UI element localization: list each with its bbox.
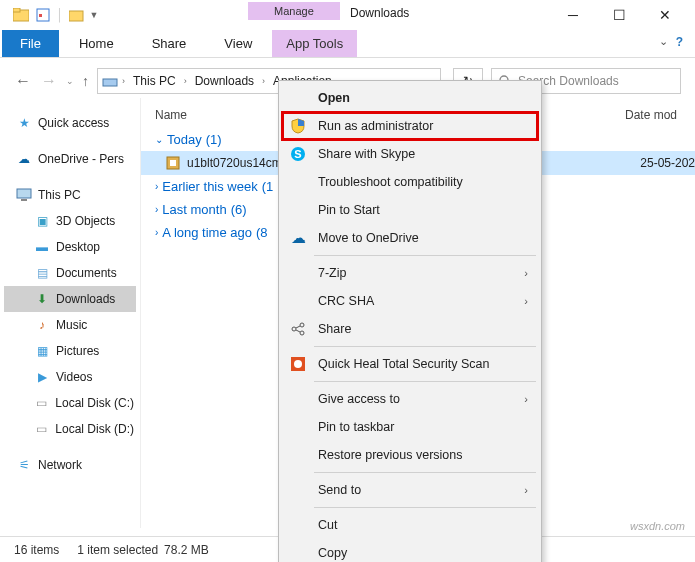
chevron-down-icon: ⌄ xyxy=(155,134,163,145)
status-item-count: 16 items xyxy=(14,543,59,557)
ctx-troubleshoot[interactable]: Troubleshoot compatibility xyxy=(282,168,538,196)
svg-line-17 xyxy=(296,326,300,328)
cloud-icon: ☁ xyxy=(288,229,308,247)
help-icon[interactable]: ? xyxy=(676,35,683,49)
network-icon: ⚟ xyxy=(16,457,32,473)
window-controls: ─ ☐ ✕ xyxy=(559,7,691,23)
new-folder-icon[interactable] xyxy=(68,6,86,24)
column-date[interactable]: Date mod xyxy=(625,108,695,122)
quick-access-toolbar: │ ▼ xyxy=(4,6,98,24)
ribbon: File Home Share View App Tools xyxy=(0,30,695,58)
ctx-7zip[interactable]: 7-Zip› xyxy=(282,259,538,287)
properties-icon[interactable] xyxy=(34,6,52,24)
separator xyxy=(314,255,536,256)
sidebar-item-documents[interactable]: ▤Documents xyxy=(4,260,136,286)
ctx-quickheal[interactable]: Quick Heal Total Security Scan xyxy=(282,350,538,378)
view-tab[interactable]: View xyxy=(206,30,270,57)
qat-dropdown-icon[interactable]: ▼ xyxy=(90,10,99,20)
sidebar-item-local-disk-c[interactable]: ▭Local Disk (C:) xyxy=(4,390,136,416)
title-bar: │ ▼ ─ ☐ ✕ xyxy=(0,0,695,30)
crumb-downloads[interactable]: Downloads xyxy=(191,74,258,88)
svg-rect-1 xyxy=(13,8,20,12)
maximize-button[interactable]: ☐ xyxy=(605,7,633,23)
up-button[interactable]: ↑ xyxy=(82,73,89,89)
skype-icon: S xyxy=(288,145,308,163)
submenu-arrow-icon: › xyxy=(524,295,528,307)
context-menu: Open Run as administrator S Share with S… xyxy=(278,80,542,562)
qat-separator: │ xyxy=(56,8,64,22)
svg-rect-4 xyxy=(69,11,83,21)
ctx-cut[interactable]: Cut xyxy=(282,511,538,539)
close-button[interactable]: ✕ xyxy=(651,7,679,23)
sidebar-item-3d-objects[interactable]: ▣3D Objects xyxy=(4,208,136,234)
svg-point-16 xyxy=(300,331,304,335)
share-icon xyxy=(288,320,308,338)
music-icon: ♪ xyxy=(34,317,50,333)
ctx-run-as-administrator[interactable]: Run as administrator xyxy=(281,111,539,141)
app-tools-tab[interactable]: App Tools xyxy=(272,30,357,57)
ctx-move-onedrive[interactable]: ☁ Move to OneDrive xyxy=(282,224,538,252)
chevron-right-icon[interactable]: › xyxy=(122,76,125,86)
svg-rect-8 xyxy=(17,189,31,198)
sidebar-item-pictures[interactable]: ▦Pictures xyxy=(4,338,136,364)
ribbon-expand-icon[interactable]: ⌄ xyxy=(659,35,668,49)
pictures-icon: ▦ xyxy=(34,343,50,359)
sidebar-onedrive[interactable]: ☁ OneDrive - Pers xyxy=(4,146,136,172)
ctx-pin-start[interactable]: Pin to Start xyxy=(282,196,538,224)
file-tab[interactable]: File xyxy=(2,30,59,57)
svg-text:S: S xyxy=(294,148,301,160)
svg-point-14 xyxy=(300,323,304,327)
history-dropdown-icon[interactable]: ⌄ xyxy=(66,76,74,86)
svg-rect-11 xyxy=(170,160,176,166)
sidebar-item-downloads[interactable]: ⬇Downloads xyxy=(4,286,136,312)
ctx-copy[interactable]: Copy xyxy=(282,539,538,562)
svg-line-18 xyxy=(296,330,300,332)
navigation-pane: ★ Quick access ☁ OneDrive - Pers This PC… xyxy=(0,98,140,528)
drive-icon xyxy=(102,73,118,89)
documents-icon: ▤ xyxy=(34,265,50,281)
home-tab[interactable]: Home xyxy=(61,30,132,57)
svg-rect-5 xyxy=(103,79,117,86)
chevron-right-icon[interactable]: › xyxy=(262,76,265,86)
chevron-right-icon: › xyxy=(155,181,158,192)
ctx-share[interactable]: Share xyxy=(282,315,538,343)
disk-icon: ▭ xyxy=(34,395,49,411)
ctx-share-skype[interactable]: S Share with Skype xyxy=(282,140,538,168)
sidebar-network[interactable]: ⚟ Network xyxy=(4,452,136,478)
ctx-open[interactable]: Open xyxy=(282,84,538,112)
ctx-restore-versions[interactable]: Restore previous versions xyxy=(282,441,538,469)
crumb-this-pc[interactable]: This PC xyxy=(129,74,180,88)
file-name: u1blt0720us14cmp xyxy=(187,156,288,170)
star-icon: ★ xyxy=(16,115,32,131)
svg-point-20 xyxy=(294,360,302,368)
sidebar-this-pc[interactable]: This PC xyxy=(4,182,136,208)
sidebar-item-local-disk-d[interactable]: ▭Local Disk (D:) xyxy=(4,416,136,442)
sidebar-quick-access[interactable]: ★ Quick access xyxy=(4,110,136,136)
sidebar-item-music[interactable]: ♪Music xyxy=(4,312,136,338)
chevron-right-icon[interactable]: › xyxy=(184,76,187,86)
ctx-pin-taskbar[interactable]: Pin to taskbar xyxy=(282,413,538,441)
submenu-arrow-icon: › xyxy=(524,267,528,279)
file-date: 25-05-202 xyxy=(640,156,695,170)
separator xyxy=(314,472,536,473)
sidebar-item-desktop[interactable]: ▬Desktop xyxy=(4,234,136,260)
context-tab-group-label: Manage xyxy=(248,2,340,20)
status-selected-count: 1 item selected xyxy=(77,543,158,557)
svg-rect-3 xyxy=(39,14,42,17)
contextual-tab-header: Manage xyxy=(248,2,340,20)
ctx-give-access[interactable]: Give access to› xyxy=(282,385,538,413)
ctx-send-to[interactable]: Send to› xyxy=(282,476,538,504)
svg-rect-9 xyxy=(21,199,27,201)
videos-icon: ▶ xyxy=(34,369,50,385)
sidebar-item-videos[interactable]: ▶Videos xyxy=(4,364,136,390)
separator xyxy=(314,507,536,508)
share-tab[interactable]: Share xyxy=(134,30,205,57)
forward-button[interactable]: → xyxy=(40,72,58,90)
minimize-button[interactable]: ─ xyxy=(559,7,587,23)
submenu-arrow-icon: › xyxy=(524,484,528,496)
separator xyxy=(314,346,536,347)
back-button[interactable]: ← xyxy=(14,72,32,90)
cube-icon: ▣ xyxy=(34,213,50,229)
ctx-crc-sha[interactable]: CRC SHA› xyxy=(282,287,538,315)
cloud-icon: ☁ xyxy=(16,151,32,167)
